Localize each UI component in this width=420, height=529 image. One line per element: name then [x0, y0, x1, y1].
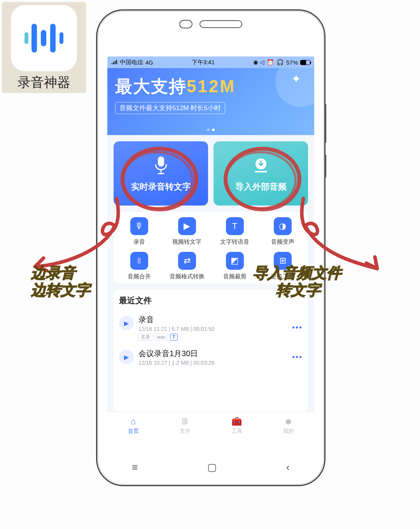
- banner-subtitle: 音频文件最大支持512M 时长5小时: [115, 102, 225, 114]
- convert-icon: ⇄: [178, 252, 196, 270]
- tool-label: 音频格式转换: [170, 273, 205, 280]
- file-row[interactable]: ▶ 会议录音1月30日 12/16 10:27 | 1.2 MB | 00:03…: [119, 344, 303, 370]
- file-meta: 12/16 11:21 | 6.7 MB | 00:01:50: [138, 326, 287, 332]
- tool-trim[interactable]: ◩ 音频裁剪: [211, 252, 259, 280]
- file-tag: 实录: [138, 334, 152, 341]
- card-label: 实时录音转文字: [131, 181, 191, 193]
- nav-home[interactable]: ⌂ 首页: [107, 412, 159, 439]
- home-key[interactable]: ▢: [207, 461, 217, 473]
- signal-icon: [111, 59, 117, 66]
- time-label: 下午3:41: [192, 59, 215, 66]
- tool-label: 音频合并: [128, 273, 151, 280]
- banner-title-accent: 512M: [187, 77, 236, 96]
- nav-label: 文件: [180, 428, 191, 435]
- home-icon: ⌂: [131, 417, 136, 427]
- bottom-nav: ⌂ 首页 🗎 文件 🧰 工具 ☻ 我的: [107, 412, 314, 439]
- speaker-cutout: [200, 20, 242, 28]
- camera-cutout: [179, 20, 192, 28]
- battery-percent: 57%: [286, 59, 298, 66]
- status-bar: 中国电信 4G 下午3:41 ◉ ◁ ⏰ 🎧 57%: [107, 56, 314, 68]
- battery-icon: [300, 60, 310, 65]
- svg-rect-1: [32, 24, 37, 53]
- nav-tools[interactable]: 🧰 工具: [211, 412, 262, 439]
- carrier-label: 中国电信: [120, 59, 143, 66]
- toolbox-icon: 🧰: [231, 417, 242, 427]
- svg-rect-3: [50, 24, 56, 53]
- alarm-icon: ⏰: [267, 59, 274, 66]
- nav-files[interactable]: 🗎 文件: [159, 412, 211, 439]
- tool-video-to-text[interactable]: ▶ 视频转文字: [163, 217, 211, 246]
- tool-convert[interactable]: ⇄ 音频格式转换: [163, 252, 211, 280]
- annotation-left: 边录音 边转文字: [31, 265, 90, 299]
- mic-icon: [150, 155, 172, 176]
- tool-record[interactable]: 🎙 录音: [115, 217, 163, 246]
- recents-key[interactable]: ≡: [132, 461, 138, 473]
- android-nav-bar: ≡ ▢ ‹: [97, 461, 324, 473]
- tool-more[interactable]: ⊞ 更多工具: [259, 252, 306, 280]
- grid-icon: ⊞: [274, 252, 292, 270]
- banner-pager: [107, 126, 314, 133]
- app-icon: [11, 5, 77, 71]
- app-name-label: 录音神器: [5, 74, 83, 91]
- nav-label: 首页: [128, 428, 139, 435]
- file-row[interactable]: ▶ 录音 12/16 11:21 | 6.7 MB | 00:01:50 实录 …: [119, 311, 303, 344]
- headphone-icon: 🎧: [276, 59, 284, 66]
- file-meta: 12/16 10:27 | 1.2 MB | 00:03:26: [138, 360, 287, 366]
- file-name: 会议录音1月30日: [138, 348, 287, 359]
- import-audio-card[interactable]: 导入外部音频: [214, 141, 308, 206]
- file-tag: T: [170, 334, 177, 341]
- svg-rect-5: [158, 156, 164, 167]
- screen: 中国电信 4G 下午3:41 ◉ ◁ ⏰ 🎧 57% ✦ 最大支持512M 音频…: [107, 56, 314, 439]
- file-icon: 🗎: [181, 417, 189, 427]
- crop-icon: ◩: [226, 252, 244, 270]
- tool-grid: 🎙 录音 ▶ 视频转文字 T 文字转语音 ◑ 音频变声 ⫴ 音频合并 ⇄ 音频格…: [114, 212, 308, 283]
- sparkle-icon: ✦: [291, 72, 301, 86]
- text-icon: T: [226, 217, 244, 235]
- svg-rect-0: [24, 32, 28, 44]
- tool-merge[interactable]: ⫴ 音频合并: [115, 252, 163, 280]
- tool-label: 音频变声: [271, 238, 294, 246]
- app-launcher[interactable]: 录音神器: [2, 2, 86, 93]
- avatar-icon: ☻: [284, 417, 293, 427]
- tool-text-to-speech[interactable]: T 文字转语音: [211, 217, 259, 246]
- wave-icon: ◑: [274, 217, 292, 235]
- tool-label: 文字转语音: [220, 238, 249, 246]
- merge-icon: ⫴: [130, 252, 148, 270]
- network-label: 4G: [145, 59, 153, 66]
- phone-frame: 中国电信 4G 下午3:41 ◉ ◁ ⏰ 🎧 57% ✦ 最大支持512M 音频…: [96, 9, 326, 486]
- mic-icon: 🎙: [130, 217, 148, 235]
- file-name: 录音: [138, 315, 287, 325]
- more-button[interactable]: •••: [292, 353, 303, 362]
- record-to-text-card[interactable]: 实时录音转文字: [114, 141, 208, 206]
- nav-label: 工具: [231, 428, 242, 435]
- nav-label: 我的: [283, 428, 294, 435]
- location-icon: ◉ ◁: [253, 59, 264, 66]
- file-tag: wav: [155, 334, 168, 341]
- tool-label: 录音: [133, 238, 145, 246]
- svg-rect-4: [60, 32, 63, 44]
- recent-title: 最近文件: [119, 295, 303, 306]
- more-button[interactable]: •••: [292, 323, 303, 332]
- svg-rect-2: [41, 30, 46, 46]
- tool-label: 视频转文字: [172, 238, 201, 246]
- promo-banner[interactable]: ✦ 最大支持512M 音频文件最大支持512M 时长5小时: [107, 68, 314, 135]
- back-key[interactable]: ‹: [286, 461, 290, 473]
- banner-title-main: 最大支持: [115, 77, 187, 96]
- tool-voice-change[interactable]: ◑ 音频变声: [259, 217, 306, 246]
- card-label: 导入外部音频: [235, 181, 287, 193]
- tool-label: 音频裁剪: [223, 273, 247, 280]
- recent-files-section: 最近文件 ▶ 录音 12/16 11:21 | 6.7 MB | 00:01:5…: [114, 290, 308, 412]
- video-icon: ▶: [178, 217, 196, 235]
- nav-me[interactable]: ☻ 我的: [262, 412, 314, 439]
- download-icon: [250, 155, 272, 176]
- play-button[interactable]: ▶: [119, 316, 134, 330]
- play-button[interactable]: ▶: [119, 350, 134, 364]
- tool-label: 更多工具: [271, 273, 294, 280]
